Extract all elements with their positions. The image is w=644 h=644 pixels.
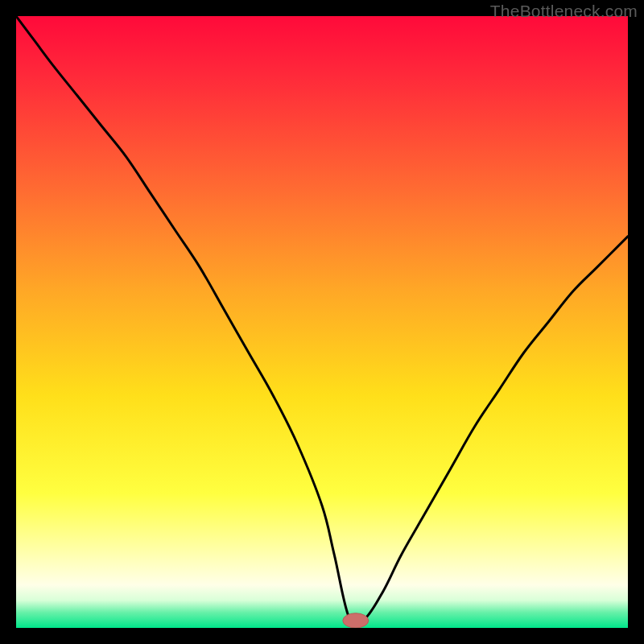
bottleneck-chart: [16, 16, 628, 628]
plot-area: [16, 16, 628, 628]
optimal-point-marker: [343, 613, 369, 628]
chart-stage: TheBottleneck.com: [0, 0, 644, 644]
gradient-background: [16, 16, 628, 628]
attribution-label: TheBottleneck.com: [490, 2, 638, 21]
